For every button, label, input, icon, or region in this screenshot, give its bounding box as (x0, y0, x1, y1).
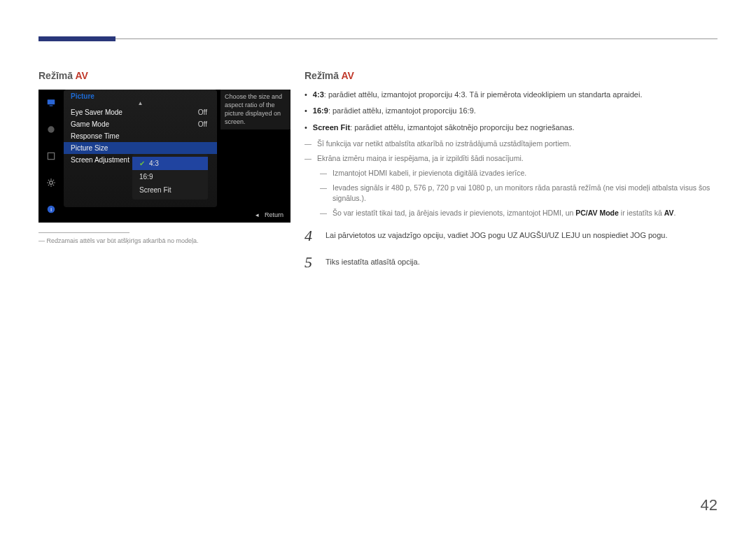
title-prefix: Režīmā (304, 70, 341, 81)
osd-footer: ◂ Return (64, 207, 290, 223)
right-title: Režīmā AV (304, 70, 718, 81)
return-label: Return (265, 211, 284, 218)
osd-row-responsetime: Response Time (64, 130, 217, 142)
svg-rect-0 (48, 99, 55, 104)
gear-icon (38, 169, 64, 196)
osd-screenshot: i Picture ▲ Eye Saver ModeOff Game ModeO… (38, 90, 290, 223)
bullet-43: 4:3: parādiet attēlu, izmantojot proporc… (304, 90, 718, 100)
osd-dropdown-item-43: ✔4:3 (132, 157, 208, 170)
osd-dropdown: ✔4:3 16:9 Screen Fit (132, 154, 208, 199)
nav-left-icon: ◂ (255, 211, 259, 218)
title-suffix: AV (75, 70, 88, 81)
osd-info-text: Choose the size and aspect ratio of the … (220, 90, 290, 129)
page-number: 42 (701, 496, 718, 514)
osd-row-eyesaver: Eye Saver ModeOff (64, 106, 217, 118)
bullet-169: 16:9: parādiet attēlu, izmantojot propor… (304, 106, 718, 116)
monitor-icon (38, 90, 64, 116)
dash-1: Šī funkcija var netikt atbalstīta atkarī… (304, 139, 718, 149)
footnote: ― Redzamais attēls var būt atšķirīgs atk… (38, 237, 284, 244)
subdash-1: Izmantojot HDMI kabeli, ir pievienota di… (320, 168, 718, 178)
svg-rect-1 (50, 106, 53, 106)
left-column: Režīmā AV i Pic (38, 70, 304, 272)
osd-dropdown-item-screenfit: Screen Fit (132, 183, 208, 197)
step-5: 5 Tiks iestatīta atlasītā opcija. (304, 253, 718, 272)
osd-dropdown-item-169: 16:9 (132, 170, 208, 183)
svg-point-4 (50, 181, 53, 185)
osd-row-picturesize: Picture Size (64, 142, 217, 154)
subdash-3: Šo var iestatīt tikai tad, ja ārējais ie… (320, 208, 718, 218)
subdash-2: Ievades signāls ir 480 p, 576 p, 720 p v… (320, 183, 718, 203)
info-icon: i (38, 196, 64, 223)
divider (38, 232, 130, 233)
top-rule (38, 38, 718, 39)
osd-arrow-up-icon: ▲ (64, 100, 217, 106)
title-prefix: Režīmā (38, 70, 75, 81)
svg-rect-3 (48, 153, 54, 159)
dash-2: Ekrāna izmēru maiņa ir iespējama, ja ir … (304, 153, 718, 164)
title-suffix: AV (341, 70, 354, 81)
check-icon: ✔ (139, 160, 145, 167)
right-column: Režīmā AV 4:3: parādiet attēlu, izmantoj… (304, 70, 718, 272)
bullet-screenfit: Screen Fit: parādiet attēlu, izmantojot … (304, 122, 718, 133)
left-title: Režīmā AV (38, 70, 284, 81)
svg-point-2 (48, 126, 54, 132)
color-icon (38, 116, 64, 143)
osd-sidebar: i (38, 90, 64, 223)
step-4: 4 Lai pārvietotos uz vajadzīgo opciju, v… (304, 227, 718, 245)
osd-row-gamemode: Game ModeOff (64, 118, 217, 130)
osd-panel-title: Picture (64, 90, 217, 100)
resize-icon (38, 143, 64, 169)
main-columns: Režīmā AV i Pic (38, 70, 718, 272)
